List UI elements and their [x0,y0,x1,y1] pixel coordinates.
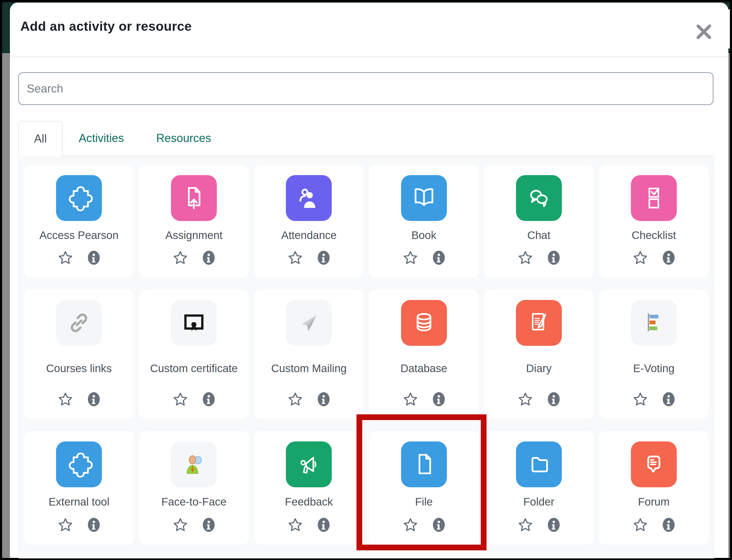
bar-chart-icon [631,300,677,346]
card-footer [518,391,560,408]
star-icon[interactable] [58,391,73,407]
star-icon[interactable] [518,517,533,533]
activity-card-custom-mailing[interactable]: Custom Mailing [254,290,364,419]
activity-card-file[interactable]: File [369,431,478,545]
activity-card-courses-links[interactable]: Courses links [24,290,134,419]
megaphone-icon [286,441,332,487]
star-icon[interactable] [58,250,73,266]
activity-card-forum[interactable]: Forum [599,431,709,545]
info-icon[interactable] [547,250,560,265]
partial-activity-card[interactable] [369,557,478,558]
activity-card-attendance[interactable]: Attendance [254,165,364,278]
info-icon[interactable] [87,392,100,407]
checklist-icon [631,175,677,221]
assignment-icon [171,175,217,221]
puzzle-icon [56,441,102,487]
partial-activity-card[interactable] [484,557,594,558]
card-footer [518,249,560,266]
activity-card-diary[interactable]: Diary [484,290,594,419]
card-footer [58,391,100,408]
info-icon[interactable] [202,392,215,407]
card-footer [518,516,560,533]
activity-card-assignment[interactable]: Assignment [139,165,249,278]
info-icon[interactable] [202,250,215,265]
activity-panel: Access PearsonAssignmentAttendanceBookCh… [19,156,714,558]
activity-card-folder[interactable]: Folder [484,431,594,545]
person-icon [171,441,217,487]
star-icon[interactable] [403,517,418,533]
card-footer [632,391,675,408]
activity-label: External tool [38,487,120,516]
tab-activities[interactable]: Activities [63,120,140,156]
close-icon[interactable] [694,22,713,41]
activity-card-custom-certificate[interactable]: Custom certificate [139,290,249,419]
card-footer [287,391,330,408]
info-icon[interactable] [317,392,330,407]
certificate-icon [171,300,217,346]
star-icon[interactable] [518,250,533,266]
star-icon[interactable] [632,517,648,533]
activity-card-external-tool[interactable]: External tool [24,431,134,545]
forum-icon [631,441,677,487]
activity-card-access-pearson[interactable]: Access Pearson [24,165,134,278]
info-icon[interactable] [662,517,675,532]
add-activity-modal: Add an activity or resource AllActivitie… [10,3,728,558]
info-icon[interactable] [432,392,445,407]
activity-card-feedback[interactable]: Feedback [254,431,364,545]
activity-card-database[interactable]: Database [369,290,478,419]
partial-activity-card[interactable] [254,557,364,558]
tab-all[interactable]: All [18,121,63,156]
card-footer [173,391,215,408]
star-icon[interactable] [287,391,303,407]
partial-activity-card[interactable] [599,557,709,558]
activity-card-face-to-face[interactable]: Face-to-Face [139,431,249,545]
activity-label: Custom Mailing [261,346,357,391]
tab-resources[interactable]: Resources [140,120,227,156]
star-icon[interactable] [173,517,188,533]
note-pencil-icon [516,300,562,346]
info-icon[interactable] [317,517,330,532]
activity-card-chat[interactable]: Chat [484,165,594,278]
star-icon[interactable] [632,391,648,407]
activity-label: Diary [516,346,562,391]
star-icon[interactable] [518,391,533,407]
info-icon[interactable] [87,517,100,532]
activity-card-book[interactable]: Book [369,165,478,278]
paper-plane-icon [286,300,332,346]
info-icon[interactable] [547,392,560,407]
card-footer [173,516,215,533]
database-icon [401,300,447,346]
card-footer [58,249,100,266]
info-icon[interactable] [662,392,675,407]
star-icon[interactable] [173,250,188,266]
card-footer [287,249,330,266]
star-icon[interactable] [287,517,303,533]
file-icon [401,441,447,487]
info-icon[interactable] [202,517,215,532]
info-icon[interactable] [87,250,100,265]
partial-activity-card[interactable] [24,557,134,558]
activity-card-e-voting[interactable]: E-Voting [599,290,709,419]
modal-header: Add an activity or resource [10,3,728,57]
star-icon[interactable] [173,391,188,407]
activity-card-checklist[interactable]: Checklist [599,165,709,278]
card-footer [632,249,675,266]
info-icon[interactable] [547,517,560,532]
info-icon[interactable] [317,250,330,265]
info-icon[interactable] [432,250,445,265]
activity-label: E-Voting [623,346,685,391]
partial-activity-card[interactable] [139,557,249,558]
activity-label: Forum [628,487,680,516]
card-footer [403,391,445,408]
star-icon[interactable] [58,517,73,533]
star-icon[interactable] [632,250,648,266]
info-icon[interactable] [662,250,675,265]
search-input[interactable] [18,72,713,105]
star-icon[interactable] [403,250,418,266]
modal-title: Add an activity or resource [20,19,192,34]
activity-grid: Access PearsonAssignmentAttendanceBookCh… [24,165,709,558]
info-icon[interactable] [432,517,445,532]
tab-bar: AllActivitiesResources [18,120,713,156]
star-icon[interactable] [403,391,418,407]
star-icon[interactable] [287,250,303,266]
